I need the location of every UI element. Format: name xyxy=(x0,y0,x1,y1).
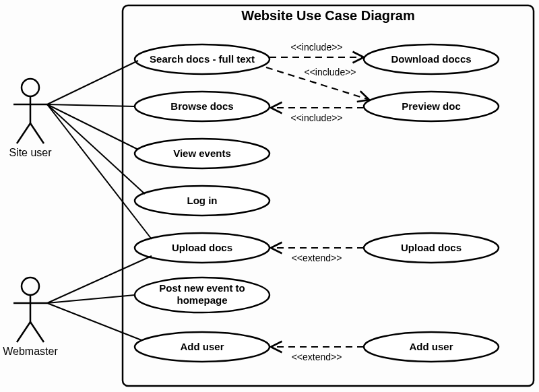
usecase-post-event-label-2: homepage xyxy=(177,294,227,306)
usecase-upload-left: Upload docs xyxy=(135,233,270,263)
stereo-extend-2: <<extend>> xyxy=(292,352,342,362)
usecase-upload-right-label: Upload docs xyxy=(401,242,462,253)
actor-site-user xyxy=(13,79,47,143)
diagram-title: Website Use Case Diagram xyxy=(241,8,415,23)
svg-line-3 xyxy=(17,123,30,143)
svg-line-9 xyxy=(30,322,44,342)
usecase-view-events: View events xyxy=(135,139,270,168)
stereo-include-2: <<include>> xyxy=(304,67,356,77)
usecase-browse: Browse docs xyxy=(135,92,270,121)
svg-line-25 xyxy=(47,104,152,239)
stereo-extend-1: <<extend>> xyxy=(292,253,342,263)
actor-site-user-label: Site user xyxy=(9,147,52,158)
usecase-view-events-label: View events xyxy=(173,148,231,159)
usecase-upload-left-label: Upload docs xyxy=(172,242,232,253)
usecase-preview-label: Preview doc xyxy=(402,100,461,112)
svg-line-8 xyxy=(17,322,30,342)
usecase-download: Download doccs xyxy=(364,44,499,74)
svg-line-4 xyxy=(30,123,44,143)
usecase-download-label: Download doccs xyxy=(391,53,471,65)
usecase-log-in-label: Log in xyxy=(187,195,218,206)
actor-webmaster-label: Webmaster xyxy=(3,346,58,357)
svg-point-5 xyxy=(22,277,39,295)
usecase-preview: Preview doc xyxy=(364,92,499,121)
dependencies xyxy=(266,57,369,347)
actor-webmaster xyxy=(13,277,47,342)
usecase-add-user-right-label: Add user xyxy=(409,341,453,352)
usecase-add-user-left: Add user xyxy=(135,332,270,362)
usecase-log-in: Log in xyxy=(135,186,270,216)
stereo-include-1: <<include>> xyxy=(290,42,342,53)
usecase-add-user-left-label: Add user xyxy=(180,341,224,352)
usecase-browse-label: Browse docs xyxy=(170,100,233,112)
svg-line-27 xyxy=(47,295,135,303)
usecase-search: Search docs - full text xyxy=(135,44,270,74)
svg-line-21 xyxy=(47,61,138,104)
svg-point-0 xyxy=(22,79,39,96)
svg-line-23 xyxy=(47,104,138,150)
usecase-post-event: Post new event to homepage xyxy=(135,277,270,313)
usecase-upload-right: Upload docs xyxy=(364,233,499,263)
stereo-include-3: <<include>> xyxy=(290,112,342,123)
svg-line-24 xyxy=(47,104,145,194)
usecase-search-label: Search docs - full text xyxy=(150,53,255,65)
usecase-add-user-right: Add user xyxy=(364,332,499,362)
usecase-post-event-label-1: Post new event to xyxy=(159,282,245,294)
use-case-diagram: Website Use Case Diagram Site user Webma… xyxy=(0,0,539,392)
svg-line-28 xyxy=(47,303,141,340)
svg-line-22 xyxy=(47,104,135,106)
